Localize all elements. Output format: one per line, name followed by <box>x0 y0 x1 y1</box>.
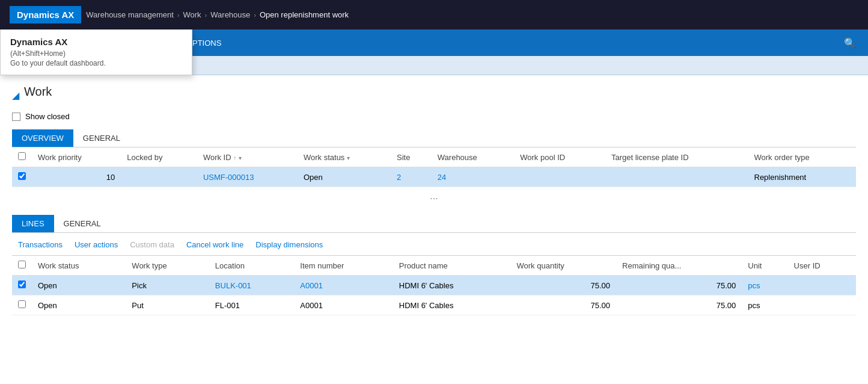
location-link-1[interactable]: BULK-001 <box>215 281 251 290</box>
cell-work-status: Open <box>298 167 391 187</box>
lines-cell-user-id-1 <box>788 276 856 296</box>
select-all-checkbox[interactable] <box>18 152 26 160</box>
work-table-header: Work priority Locked by Work ID ↑ ▾ Work… <box>12 147 856 167</box>
user-actions-link[interactable]: User actions <box>69 238 124 252</box>
lines-table: Work status Work type Location Item numb… <box>12 256 856 315</box>
breadcrumb-warehouse[interactable]: Warehouse <box>210 10 250 19</box>
dropdown-shortcut: (Alt+Shift+Home) <box>10 49 182 58</box>
filter-work-id-icon[interactable]: ▾ <box>239 155 242 161</box>
warehouse-link[interactable]: 24 <box>438 173 446 182</box>
lines-row-checkbox-2[interactable] <box>18 300 26 308</box>
breadcrumb-warehouse-mgmt[interactable]: Warehouse management <box>86 10 174 19</box>
cell-work-pool-id <box>514 167 605 187</box>
tab-general[interactable]: GENERAL <box>73 129 130 147</box>
lines-row-check-2[interactable] <box>12 296 32 315</box>
dropdown-title: Dynamics AX <box>10 37 182 47</box>
filter-work-status-icon[interactable]: ▾ <box>347 155 350 161</box>
breadcrumb-sep-1: › <box>177 11 180 19</box>
transactions-link[interactable]: Transactions <box>12 238 69 252</box>
lines-table-row[interactable]: Open Pick BULK-001 A0001 HDMI 6' Cables … <box>12 276 856 296</box>
lines-cell-work-status-2: Open <box>32 296 126 315</box>
brand-logo[interactable]: Dynamics AX <box>10 6 81 23</box>
work-id-link[interactable]: USMF-000013 <box>203 173 254 182</box>
col-work-pool-id[interactable]: Work pool ID <box>514 147 605 167</box>
row-checkbox[interactable] <box>18 172 26 180</box>
lines-cell-remaining-qty-1: 75.00 <box>616 276 742 296</box>
row-check[interactable] <box>12 167 32 187</box>
lines-cell-item-number-2: A0001 <box>294 296 393 315</box>
ellipsis-row: ... <box>12 187 856 205</box>
cancel-work-line-link[interactable]: Cancel work line <box>180 238 249 252</box>
lines-table-container: Work status Work type Location Item numb… <box>12 256 856 315</box>
col-work-order-type[interactable]: Work order type <box>748 147 857 167</box>
lines-col-work-status[interactable]: Work status <box>32 256 126 276</box>
lines-col-product-name[interactable]: Product name <box>393 256 511 276</box>
brand-dropdown: Dynamics AX (Alt+Shift+Home) Go to your … <box>0 29 192 75</box>
work-table-container: Work priority Locked by Work ID ↑ ▾ Work… <box>12 147 856 187</box>
lines-col-work-type[interactable]: Work type <box>126 256 209 276</box>
col-warehouse[interactable]: Warehouse <box>432 147 514 167</box>
lines-cell-product-name-1: HDMI 6' Cables <box>393 276 511 296</box>
lines-cell-user-id-2 <box>788 296 856 315</box>
lines-cell-unit-1[interactable]: pcs <box>742 276 787 296</box>
dropdown-description: Go to your default dashboard. <box>10 59 182 67</box>
lines-table-header: Work status Work type Location Item numb… <box>12 256 856 276</box>
cell-site[interactable]: 2 <box>391 167 432 187</box>
show-closed-checkbox[interactable] <box>12 113 20 121</box>
item-link-1[interactable]: A0001 <box>300 281 323 290</box>
page-title: Work <box>24 85 52 99</box>
breadcrumb-work[interactable]: Work <box>183 10 201 19</box>
main-content: ◢ Work Show closed OVERVIEW GENERAL Work… <box>0 75 868 325</box>
lines-col-unit[interactable]: Unit <box>742 256 787 276</box>
cell-locked-by <box>121 167 197 187</box>
lines-cell-work-type-2: Put <box>126 296 209 315</box>
overview-tabs: OVERVIEW GENERAL <box>12 129 856 147</box>
lines-col-work-quantity[interactable]: Work quantity <box>511 256 617 276</box>
col-target-license-plate[interactable]: Target license plate ID <box>605 147 748 167</box>
breadcrumb-sep-3: › <box>254 11 256 19</box>
lines-tabs: LINES GENERAL <box>12 215 856 233</box>
lines-cell-item-number-1[interactable]: A0001 <box>294 276 393 296</box>
lines-section: LINES GENERAL Transactions User actions … <box>12 215 856 315</box>
custom-data-link: Custom data <box>124 238 180 252</box>
search-icon[interactable]: 🔍 <box>837 37 863 49</box>
col-work-status[interactable]: Work status ▾ <box>298 147 391 167</box>
lines-cell-work-status-1: Open <box>32 276 126 296</box>
lines-col-user-id[interactable]: User ID <box>788 256 856 276</box>
display-dimensions-link[interactable]: Display dimensions <box>249 238 329 252</box>
breadcrumb-sep-2: › <box>205 11 207 19</box>
tab-overview[interactable]: OVERVIEW <box>12 129 73 147</box>
tab-lines[interactable]: LINES <box>12 215 54 232</box>
col-locked-by[interactable]: Locked by <box>121 147 197 167</box>
unit-link-1[interactable]: pcs <box>748 281 760 290</box>
col-work-priority[interactable]: Work priority <box>32 147 121 167</box>
site-link[interactable]: 2 <box>397 173 401 182</box>
lines-table-row[interactable]: Open Put FL-001 A0001 HDMI 6' Cables 75.… <box>12 296 856 315</box>
lines-col-check <box>12 256 32 276</box>
cell-work-id[interactable]: USMF-000013 <box>197 167 298 187</box>
lines-col-location[interactable]: Location <box>209 256 294 276</box>
show-closed-label: Show closed <box>25 112 70 121</box>
cell-warehouse[interactable]: 24 <box>432 167 514 187</box>
lines-col-remaining-qty[interactable]: Remaining qua... <box>616 256 742 276</box>
filter-icon[interactable]: ◢ <box>12 90 19 101</box>
breadcrumb-open-replenishment: Open replenishment work <box>260 10 349 19</box>
table-row[interactable]: 10 USMF-000013 Open 2 24 Replenishment <box>12 167 856 187</box>
cell-work-priority: 10 <box>32 167 121 187</box>
lines-cell-unit-2: pcs <box>742 296 787 315</box>
lines-select-all[interactable] <box>18 261 26 268</box>
sort-asc-icon: ↑ <box>233 155 236 161</box>
lines-row-checkbox-1[interactable] <box>18 280 26 288</box>
tab-lines-general[interactable]: GENERAL <box>54 215 111 232</box>
lines-row-check[interactable] <box>12 276 32 296</box>
lines-col-item-number[interactable]: Item number <box>294 256 393 276</box>
lines-actions: Transactions User actions Custom data Ca… <box>12 233 856 256</box>
lines-cell-product-name-2: HDMI 6' Cables <box>393 296 511 315</box>
cell-target-license-plate <box>605 167 748 187</box>
lines-cell-location-1[interactable]: BULK-001 <box>209 276 294 296</box>
col-work-id[interactable]: Work ID ↑ ▾ <box>197 147 298 167</box>
col-site[interactable]: Site <box>391 147 432 167</box>
lines-cell-remaining-qty-2: 75.00 <box>616 296 742 315</box>
lines-cell-location-2: FL-001 <box>209 296 294 315</box>
work-table: Work priority Locked by Work ID ↑ ▾ Work… <box>12 147 856 187</box>
